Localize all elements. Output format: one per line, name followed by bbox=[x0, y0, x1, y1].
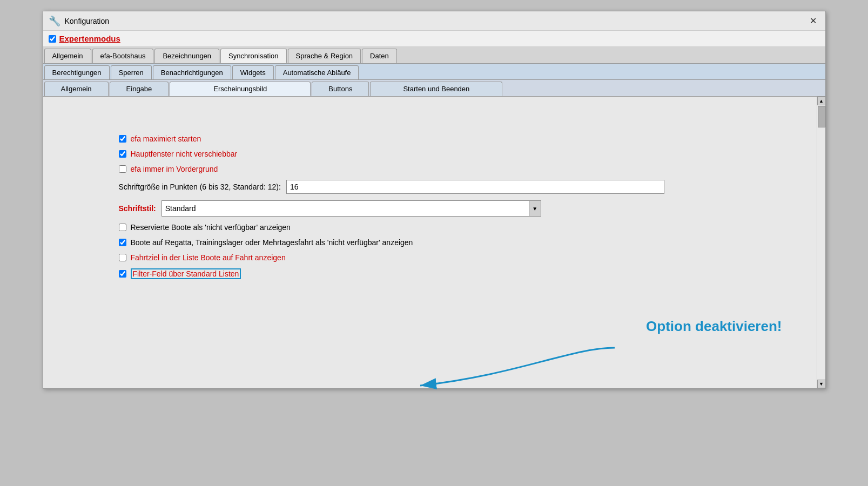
annotation-text: Option deaktivieren! bbox=[646, 318, 782, 335]
schriftgroesse-row: Schriftgröße in Punkten (6 bis 32, Stand… bbox=[119, 180, 804, 194]
option-row-1: efa maximiert starten bbox=[119, 134, 804, 143]
expert-mode-bar: Expertenmodus bbox=[43, 31, 825, 47]
tab-row-3: Allgemein Eingabe Erscheinungsbild Butto… bbox=[43, 80, 825, 97]
annotation-arrow bbox=[409, 342, 625, 407]
tab-allgemein[interactable]: Allgemein bbox=[44, 49, 91, 63]
label-efa-maximiert: efa maximiert starten bbox=[131, 134, 201, 143]
option-row-6: Fahrtziel in der Liste Boote auf Fahrt a… bbox=[119, 253, 804, 262]
checkbox-hauptfenster[interactable] bbox=[119, 150, 126, 158]
label-fahrtziel: Fahrtziel in der Liste Boote auf Fahrt a… bbox=[131, 253, 286, 262]
close-button[interactable]: ✕ bbox=[806, 15, 820, 27]
expert-mode-label: Expertenmodus bbox=[59, 34, 120, 43]
scrollbar[interactable]: ▲ ▼ bbox=[817, 97, 825, 388]
tab-synchronisation[interactable]: Synchronisation bbox=[220, 49, 287, 63]
scroll-up-button[interactable]: ▲ bbox=[817, 97, 826, 105]
tab-eingabe[interactable]: Eingabe bbox=[110, 82, 169, 96]
checkbox-filter-feld[interactable] bbox=[119, 270, 126, 278]
option-row-7: Filter-Feld über Standard Listen bbox=[119, 268, 804, 279]
tab-bezeichnungen[interactable]: Bezeichnungen bbox=[154, 49, 219, 63]
label-regatta: Boote auf Regatta, Trainingslager oder M… bbox=[131, 238, 413, 247]
checkbox-efa-maximiert[interactable] bbox=[119, 135, 126, 143]
title-bar-left: 🔧 Konfiguration bbox=[49, 15, 110, 27]
tab-row-2: Berechtigungen Sperren Benachrichtigunge… bbox=[43, 64, 825, 80]
option-row-4: Reservierte Boote als 'nicht verfügbar' … bbox=[119, 223, 804, 232]
title-bar: 🔧 Konfiguration ✕ bbox=[43, 11, 825, 31]
tab-erscheinungsbild[interactable]: Erscheinungsbild bbox=[170, 82, 311, 96]
tab-berechtigungen[interactable]: Berechtigungen bbox=[44, 65, 110, 79]
window-title: Konfiguration bbox=[65, 17, 110, 25]
app-icon: 🔧 bbox=[49, 15, 60, 27]
tab-starten-beenden[interactable]: Starten und Beenden bbox=[370, 82, 502, 96]
schriftstil-select[interactable]: Standard ▼ bbox=[162, 200, 541, 217]
tab-allgemein-sub[interactable]: Allgemein bbox=[44, 82, 109, 96]
tab-daten[interactable]: Daten bbox=[362, 49, 397, 63]
tab-sprache-region[interactable]: Sprache & Region bbox=[288, 49, 361, 63]
expert-mode-checkbox[interactable] bbox=[49, 35, 56, 43]
schriftstil-label: Schriftstil: bbox=[119, 204, 156, 213]
option-row-2: Hauptfenster nicht verschiebbar bbox=[119, 150, 804, 158]
option-row-3: efa immer im Vordergrund bbox=[119, 165, 804, 173]
scroll-track bbox=[817, 105, 825, 380]
tab-benachrichtigungen[interactable]: Benachrichtigungen bbox=[153, 65, 231, 79]
checkbox-vordergrund[interactable] bbox=[119, 165, 126, 173]
tab-buttons[interactable]: Buttons bbox=[312, 82, 369, 96]
scroll-thumb[interactable] bbox=[818, 106, 825, 127]
tab-sperren[interactable]: Sperren bbox=[111, 65, 152, 79]
schriftgroesse-input[interactable]: 16 bbox=[286, 180, 664, 194]
content-area: efa maximiert starten Hauptfenster nicht… bbox=[43, 97, 825, 388]
tab-automatische-ablaeufe[interactable]: Automatische Abläufe bbox=[275, 65, 359, 79]
label-vordergrund: efa immer im Vordergrund bbox=[131, 165, 218, 173]
checkbox-reservierte-boote[interactable] bbox=[119, 224, 126, 231]
label-reservierte-boote: Reservierte Boote als 'nicht verfügbar' … bbox=[131, 223, 291, 232]
scroll-down-button[interactable]: ▼ bbox=[817, 380, 826, 388]
schriftstil-value: Standard bbox=[162, 202, 529, 215]
schriftstil-row: Schriftstil: Standard ▼ bbox=[119, 200, 804, 217]
tab-widgets[interactable]: Widgets bbox=[232, 65, 274, 79]
tab-efa-bootshaus[interactable]: efa-Bootshaus bbox=[92, 49, 154, 63]
konfiguration-window: 🔧 Konfiguration ✕ Expertenmodus Allgemei… bbox=[43, 11, 826, 389]
schriftgroesse-label: Schriftgröße in Punkten (6 bis 32, Stand… bbox=[119, 183, 281, 191]
label-hauptfenster: Hauptfenster nicht verschiebbar bbox=[131, 150, 238, 158]
schriftstil-dropdown-arrow[interactable]: ▼ bbox=[529, 201, 541, 216]
label-filter-feld: Filter-Feld über Standard Listen bbox=[131, 268, 241, 279]
checkbox-fahrtziel[interactable] bbox=[119, 254, 126, 261]
option-row-5: Boote auf Regatta, Trainingslager oder M… bbox=[119, 238, 804, 247]
checkbox-regatta[interactable] bbox=[119, 239, 126, 246]
tab-row-1: Allgemein efa-Bootshaus Bezeichnungen Sy… bbox=[43, 47, 825, 64]
